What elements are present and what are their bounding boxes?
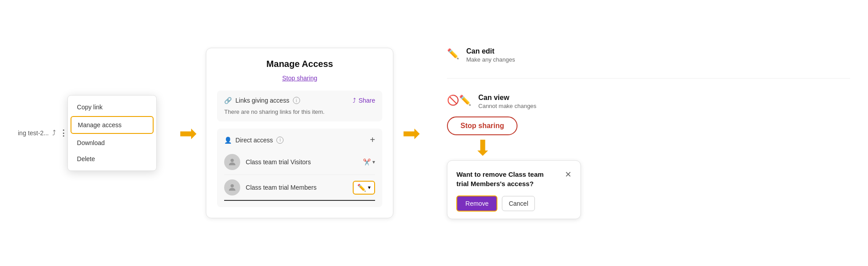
can-edit-title: Can edit xyxy=(466,47,515,55)
user-actions-visitors: ✂️ ▾ xyxy=(363,158,375,166)
link-icon: 🔗 xyxy=(224,97,232,104)
can-edit-legend: ✏️ Can edit Make any changes xyxy=(447,47,850,63)
remove-actions: Remove Cancel xyxy=(456,195,572,212)
stop-sharing-link[interactable]: Stop sharing xyxy=(217,75,382,82)
arrow-right-2: ➡ xyxy=(402,121,420,145)
manage-access-title: Manage Access xyxy=(217,59,382,69)
delete-menu-item[interactable]: Delete xyxy=(68,151,156,167)
user-row-visitors: Class team trial Visitors ✂️ ▾ xyxy=(224,150,375,175)
stop-sharing-button[interactable]: Stop sharing xyxy=(447,116,517,135)
edit-icon: ✏️ xyxy=(357,183,366,192)
arrow-right-1: ➡ xyxy=(179,121,197,145)
file-item: ing test-2... ⤴ ⋮ xyxy=(18,128,67,138)
user-name-members: Class team trial Members xyxy=(246,184,347,191)
context-menu: Copy link Manage access Download Delete xyxy=(67,95,157,171)
copy-link-menu-item[interactable]: Copy link xyxy=(68,99,156,115)
cancel-button[interactable]: Cancel xyxy=(502,196,535,211)
edit-dropdown-members[interactable]: ✏️ ▾ xyxy=(353,181,375,195)
close-dialog-button[interactable]: ✕ xyxy=(565,170,572,179)
user-name-visitors: Class team trial Visitors xyxy=(246,158,358,166)
chevron-down-members: ▾ xyxy=(368,184,371,191)
remove-button[interactable]: Remove xyxy=(456,195,497,212)
links-info-icon[interactable]: i xyxy=(293,97,300,104)
file-label: ing test-2... xyxy=(18,129,49,137)
scissors-icon: ✂️ xyxy=(363,158,371,166)
svg-point-0 xyxy=(231,159,234,162)
can-view-title: Can view xyxy=(478,94,536,102)
download-menu-item[interactable]: Download xyxy=(68,135,156,151)
user-row-members: Class team trial Members ✏️ ▾ xyxy=(224,175,375,201)
direct-access-info-icon[interactable]: i xyxy=(276,137,284,144)
remove-confirm-dialog: Want to remove Class team trial Members'… xyxy=(447,160,581,219)
can-view-legend: 🚫✏️ Can view Cannot make changes xyxy=(447,94,850,109)
stop-and-confirm: Stop sharing ⬇ Want to remove Class team… xyxy=(447,116,850,219)
svg-point-1 xyxy=(231,184,234,187)
remove-confirm-text: Want to remove Class team trial Members'… xyxy=(456,170,565,188)
legend-divider xyxy=(447,78,850,79)
can-edit-desc: Make any changes xyxy=(466,56,515,63)
direct-access-label: Direct access xyxy=(235,137,273,144)
chevron-down-visitors[interactable]: ▾ xyxy=(372,159,375,165)
direct-access-icon: 👤 xyxy=(224,137,232,144)
direct-access-section: 👤 Direct access i + Class team trial Vis… xyxy=(217,129,382,207)
links-label: Links giving access xyxy=(235,97,289,104)
manage-access-menu-item[interactable]: Manage access xyxy=(71,116,154,134)
manage-access-panel: Manage Access Stop sharing 🔗 Links givin… xyxy=(206,48,393,218)
arrow-down: ⬇ xyxy=(474,135,492,160)
can-view-desc: Cannot make changes xyxy=(478,103,536,109)
share-icon: ⤴ xyxy=(52,129,56,137)
links-section: 🔗 Links giving access i ⤴ Share There ar… xyxy=(217,91,382,121)
right-side-content: ✏️ Can edit Make any changes 🚫✏️ Can vie… xyxy=(429,47,850,219)
more-options-icon[interactable]: ⋮ xyxy=(59,128,67,138)
no-links-text: There are no sharing links for this item… xyxy=(224,108,375,115)
share-button[interactable]: ⤴ Share xyxy=(353,97,375,104)
avatar-visitors xyxy=(224,154,240,170)
pencil-icon: ✏️ xyxy=(447,48,459,60)
avatar-members xyxy=(224,179,240,195)
add-direct-access-button[interactable]: + xyxy=(370,135,376,145)
legend-section: ✏️ Can edit Make any changes 🚫✏️ Can vie… xyxy=(447,47,850,109)
share-icon-link: ⤴ xyxy=(353,97,356,104)
no-edit-icon: 🚫✏️ xyxy=(447,95,471,106)
